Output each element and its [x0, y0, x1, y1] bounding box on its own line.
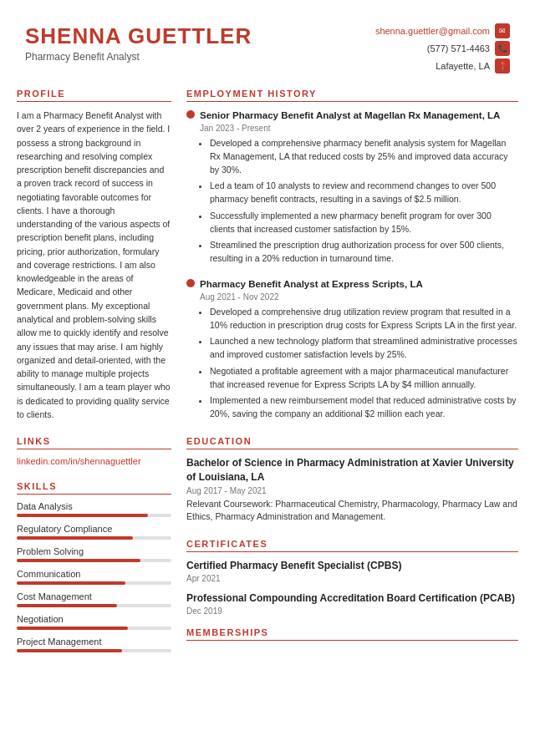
- skill-name: Communication: [17, 569, 171, 579]
- main-content: PROFILE I am a Pharmacy Benefit Analyst …: [0, 89, 535, 756]
- skills-list: Data Analysis Regulatory Compliance Prob…: [17, 501, 171, 652]
- links-section-title: LINKS: [17, 436, 171, 449]
- skill-bar-fill: [17, 627, 128, 630]
- skill-bar-fill: [17, 604, 117, 607]
- skill-name: Cost Management: [17, 591, 171, 601]
- job-title-text: Senior Pharmacy Benefit Analyst at Magel…: [200, 109, 500, 122]
- email-icon: ✉: [495, 23, 510, 38]
- skill-name: Project Management: [17, 637, 171, 647]
- skill-bar-bg: [17, 649, 171, 652]
- job-bullet: Led a team of 10 analysts to review and …: [210, 180, 518, 206]
- cert-date: Apr 2021: [186, 574, 518, 583]
- skill-item: Problem Solving: [17, 546, 171, 562]
- cert-entry: Certified Pharmacy Benefit Specialist (C…: [186, 559, 518, 583]
- edu-coursework: Relevant Coursework: Pharmaceutical Chem…: [186, 498, 518, 525]
- header-left: SHENNA GUETTLER Pharmacy Benefit Analyst: [25, 23, 252, 63]
- job-bullet: Developed a comprehensive pharmacy benef…: [210, 137, 518, 176]
- location-text: Lafayette, LA: [436, 61, 490, 71]
- skill-bar-fill: [17, 581, 125, 585]
- phone-text: (577) 571-4463: [427, 43, 490, 53]
- job-bullet: Launched a new technology platform that …: [210, 335, 518, 362]
- header-right: shenna.guettler@gmail.com ✉ (577) 571-44…: [375, 23, 510, 74]
- header: SHENNA GUETTLER Pharmacy Benefit Analyst…: [0, 0, 535, 89]
- job-bullet: Negotiated a profitable agreement with a…: [210, 365, 518, 392]
- skill-bar-bg: [17, 536, 171, 540]
- resume-page: SHENNA GUETTLER Pharmacy Benefit Analyst…: [0, 0, 535, 756]
- skill-bar-fill: [17, 514, 148, 517]
- email-contact: shenna.guettler@gmail.com ✉: [375, 23, 510, 38]
- skill-name: Negotiation: [17, 614, 171, 624]
- profile-section-title: PROFILE: [17, 89, 171, 102]
- job-title-row: Senior Pharmacy Benefit Analyst at Magel…: [186, 109, 518, 122]
- skill-bar-fill: [17, 649, 122, 652]
- skill-name: Data Analysis: [17, 501, 171, 511]
- linkedin-link[interactable]: linkedin.com/in/shennaguettler: [17, 456, 141, 466]
- certificates-section-title: CERTIFICATES: [186, 539, 518, 552]
- skill-item: Regulatory Compliance: [17, 524, 171, 540]
- skill-name: Regulatory Compliance: [17, 524, 171, 534]
- skill-item: Data Analysis: [17, 501, 171, 517]
- job-bullet: Developed a comprehensive drug utilizati…: [210, 306, 518, 332]
- job-dot: [186, 279, 195, 287]
- education-list: Bachelor of Science in Pharmacy Administ…: [186, 456, 518, 524]
- employment-section-title: EMPLOYMENT HISTORY: [186, 89, 518, 102]
- candidate-name: SHENNA GUETTLER: [25, 23, 252, 49]
- phone-icon: 📞: [495, 41, 510, 56]
- job-dot: [186, 110, 195, 119]
- cert-title: Professional Compounding Accreditation B…: [186, 591, 518, 606]
- edu-entry: Bachelor of Science in Pharmacy Administ…: [186, 456, 518, 524]
- skill-bar-bg: [17, 514, 171, 517]
- cert-entry: Professional Compounding Accreditation B…: [186, 591, 518, 616]
- candidate-title: Pharmacy Benefit Analyst: [25, 51, 252, 63]
- skill-bar-bg: [17, 581, 171, 585]
- skill-bar-bg: [17, 559, 171, 562]
- job-bullet: Successfully implemented a new pharmacy …: [210, 210, 518, 236]
- job-dates: Jan 2023 - Present: [200, 124, 518, 133]
- memberships-section-title: MEMBERSHIPS: [186, 627, 518, 641]
- job-dates: Aug 2021 - Nov 2022: [200, 292, 518, 302]
- edu-dates: Aug 2017 - May 2021: [186, 486, 518, 495]
- jobs-list: Senior Pharmacy Benefit Analyst at Magel…: [186, 109, 518, 421]
- skill-bar-fill: [17, 536, 133, 540]
- skills-section-title: SKILLS: [17, 481, 171, 495]
- cert-date: Dec 2019: [186, 606, 518, 616]
- job-title-row: Pharmacy Benefit Analyst at Express Scri…: [186, 277, 518, 291]
- phone-contact: (577) 571-4463 📞: [427, 41, 510, 56]
- education-section-title: EDUCATION: [186, 436, 518, 449]
- cert-title: Certified Pharmacy Benefit Specialist (C…: [186, 559, 518, 573]
- skill-item: Negotiation: [17, 614, 171, 630]
- location-contact: Lafayette, LA 📍: [436, 58, 510, 74]
- skill-item: Cost Management: [17, 591, 171, 607]
- certificates-list: Certified Pharmacy Benefit Specialist (C…: [186, 559, 518, 616]
- skill-item: Communication: [17, 569, 171, 585]
- skill-name: Problem Solving: [17, 546, 171, 556]
- job-bullet: Streamlined the prescription drug author…: [210, 239, 518, 266]
- skill-bar-bg: [17, 604, 171, 607]
- skill-item: Project Management: [17, 637, 171, 652]
- job-entry: Pharmacy Benefit Analyst at Express Scri…: [186, 277, 518, 421]
- job-bullets-list: Developed a comprehensive drug utilizati…: [200, 306, 518, 421]
- job-bullets-list: Developed a comprehensive pharmacy benef…: [200, 137, 518, 266]
- email-link[interactable]: shenna.guettler@gmail.com: [375, 26, 490, 36]
- profile-text: I am a Pharmacy Benefit Analyst with ove…: [17, 109, 171, 421]
- skill-bar-bg: [17, 627, 171, 630]
- edu-title: Bachelor of Science in Pharmacy Administ…: [186, 456, 518, 485]
- skill-bar-fill: [17, 559, 140, 562]
- location-icon: 📍: [495, 58, 510, 74]
- left-column: PROFILE I am a Pharmacy Benefit Analyst …: [17, 89, 171, 739]
- right-column: EMPLOYMENT HISTORY Senior Pharmacy Benef…: [186, 89, 518, 739]
- job-bullet: Implemented a new reimbursement model th…: [210, 394, 518, 421]
- job-title-text: Pharmacy Benefit Analyst at Express Scri…: [200, 277, 423, 291]
- job-entry: Senior Pharmacy Benefit Analyst at Magel…: [186, 109, 518, 266]
